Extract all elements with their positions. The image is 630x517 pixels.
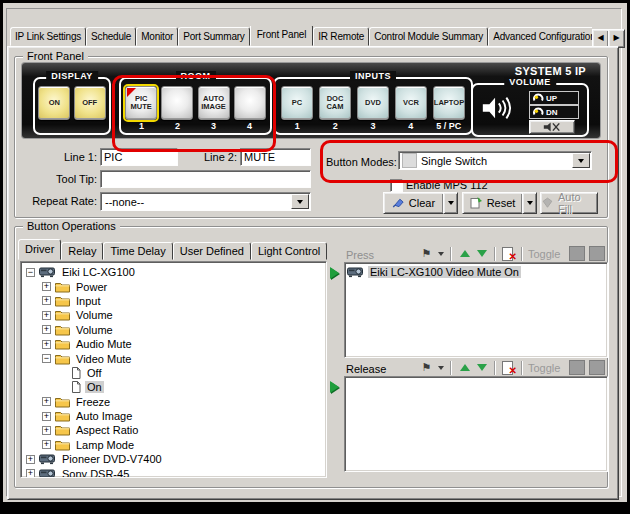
repeat-rate-label: Repeat Rate: — [22, 195, 97, 207]
tree-item-volume[interactable]: +Volume — [21, 323, 326, 337]
folder-icon — [55, 410, 70, 422]
auto-fill-button[interactable]: Auto Fill — [540, 192, 598, 214]
ops-tab-user-defined[interactable]: User Defined — [173, 242, 251, 260]
clear-dropdown-button[interactable] — [443, 192, 458, 214]
action-item[interactable]: Eiki LC-XG100 Video Mute On — [345, 263, 607, 279]
expand-icon[interactable]: + — [42, 311, 51, 320]
toggle-label: Toggle — [528, 362, 560, 374]
tree-item-volume[interactable]: +Volume — [21, 308, 326, 322]
tree-item-label: Pioneer DVD-V7400 — [60, 453, 164, 465]
tree-item-eiki-lc-xg100[interactable]: −Eiki LC-XG100 — [21, 265, 326, 279]
expand-icon[interactable]: + — [42, 426, 51, 435]
repeat-rate-select[interactable]: --none-- — [100, 192, 311, 211]
reset-button[interactable]: Reset — [462, 192, 523, 214]
expand-icon[interactable]: + — [42, 440, 51, 449]
reset-dropdown-button[interactable] — [522, 192, 537, 214]
tooltip-input[interactable] — [100, 170, 311, 188]
chevron-down-icon — [297, 200, 303, 204]
chevron-down-icon — [438, 252, 444, 256]
chevron-down-icon — [578, 159, 584, 163]
expand-icon[interactable]: + — [42, 282, 51, 291]
enable-mps112-checkbox[interactable] — [390, 179, 403, 192]
delete-button[interactable]: ✕ — [500, 246, 517, 262]
tab-monitor[interactable]: Monitor — [136, 27, 178, 46]
inputs-number-row: 12345 / PC — [275, 121, 471, 131]
panel-button-vcr[interactable]: VCR — [395, 86, 427, 120]
tab-control-module-summary[interactable]: Control Module Summary — [369, 27, 488, 46]
volume-mute-button[interactable] — [529, 120, 575, 134]
delete-button[interactable]: ✕ — [500, 360, 517, 376]
panel-button-pc[interactable]: PC — [281, 86, 313, 120]
panel-button-on[interactable]: ON — [38, 86, 70, 120]
toolbar-separator — [450, 247, 452, 261]
tab-schedule[interactable]: Schedule — [86, 27, 136, 46]
tab-ir-remote[interactable]: IR Remote — [313, 27, 369, 46]
collapse-icon[interactable]: − — [26, 268, 35, 277]
panel-button-blank[interactable] — [161, 86, 193, 120]
ops-tab-relay[interactable]: Relay — [61, 242, 103, 260]
expand-icon[interactable]: + — [42, 397, 51, 406]
tree-item-input[interactable]: +Input — [21, 294, 326, 308]
tree-item-on[interactable]: On — [21, 380, 326, 394]
toggle-color-swatch-2[interactable] — [589, 246, 605, 261]
tab-front-panel[interactable]: Front Panel — [250, 26, 314, 46]
line2-input[interactable] — [240, 148, 311, 166]
toggle-color-swatch-1[interactable] — [569, 246, 585, 261]
tab-port-summary[interactable]: Port Summary — [178, 27, 250, 46]
volume-down-button[interactable]: DN — [529, 105, 579, 119]
tree-item-lamp-mode[interactable]: +Lamp Mode — [21, 438, 326, 452]
panel-button-blank[interactable] — [234, 86, 266, 120]
panel-button-laptop[interactable]: LAPTOP — [433, 86, 465, 120]
volume-up-button[interactable]: UP — [529, 91, 579, 105]
tree-item-label: Power — [74, 281, 109, 293]
ops-tab-driver[interactable]: Driver — [18, 239, 61, 260]
assign-dropdown-button[interactable] — [435, 246, 446, 262]
tree-item-video-mute[interactable]: −Video Mute — [21, 351, 326, 365]
tree-item-pioneer-dvd-v7400[interactable]: +Pioneer DVD-V7400 — [21, 452, 326, 466]
tree-item-power[interactable]: +Power — [21, 279, 326, 293]
expand-icon[interactable]: + — [42, 296, 51, 305]
assign-flag-icon[interactable]: ⚑ — [418, 246, 435, 262]
move-up-button[interactable] — [456, 360, 473, 376]
panel-button-dvd[interactable]: DVD — [357, 86, 389, 120]
display-section: DISPLAYONOFF — [33, 77, 111, 135]
expand-icon[interactable]: + — [42, 412, 51, 421]
expand-icon[interactable]: + — [42, 340, 51, 349]
tab-ip-link-settings[interactable]: IP Link Settings — [10, 27, 86, 46]
line1-input[interactable] — [100, 148, 178, 166]
move-down-button[interactable] — [473, 246, 490, 262]
press-jump-arrow-icon — [330, 267, 339, 279]
expand-icon[interactable]: + — [26, 469, 35, 478]
toggle-color-swatch-2[interactable] — [589, 360, 605, 375]
tab-advanced-configuration[interactable]: Advanced Configuration — [488, 27, 592, 46]
tree-item-off[interactable]: Off — [21, 366, 326, 380]
ops-tab-light-control[interactable]: Light Control — [251, 242, 327, 260]
ops-tab-time-delay[interactable]: Time Delay — [103, 242, 172, 260]
expand-icon[interactable]: + — [26, 455, 35, 464]
system-label: SYSTEM 5 IP — [515, 65, 586, 77]
button-modes-select[interactable]: Single Switch — [398, 151, 592, 170]
move-up-button[interactable] — [456, 246, 473, 262]
panel-button-auto-image[interactable]: AUTOIMAGE — [198, 86, 230, 120]
press-action-list[interactable]: Eiki LC-XG100 Video Mute On — [344, 262, 608, 358]
toggle-color-swatch-1[interactable] — [569, 360, 585, 375]
tree-item-freeze[interactable]: +Freeze — [21, 395, 326, 409]
tree-item-audio-mute[interactable]: +Audio Mute — [21, 337, 326, 351]
panel-button-off[interactable]: OFF — [74, 86, 106, 120]
assign-dropdown-button[interactable] — [435, 360, 446, 376]
panel-button-doc-cam[interactable]: DOCCAM — [319, 86, 351, 120]
release-action-list[interactable] — [344, 376, 608, 472]
button-modes-dropdown-button[interactable] — [572, 153, 590, 168]
tree-item-sony-dsr-45[interactable]: +Sony DSR-45 — [21, 466, 326, 478]
flag-icon: ⚑ — [422, 248, 432, 259]
expand-icon[interactable]: + — [42, 325, 51, 334]
panel-button-pic-mute[interactable]: PICMUTE — [125, 86, 157, 120]
tree-item-aspect-ratio[interactable]: +Aspect Ratio — [21, 423, 326, 437]
move-down-button[interactable] — [473, 360, 490, 376]
tree-item-label: On — [85, 381, 104, 393]
collapse-icon[interactable]: − — [42, 354, 51, 363]
clear-button[interactable]: Clear — [383, 192, 444, 214]
repeat-rate-dropdown-button[interactable] — [291, 194, 309, 209]
tree-item-auto-image[interactable]: +Auto Image — [21, 409, 326, 423]
assign-flag-icon[interactable]: ⚑ — [418, 360, 435, 376]
